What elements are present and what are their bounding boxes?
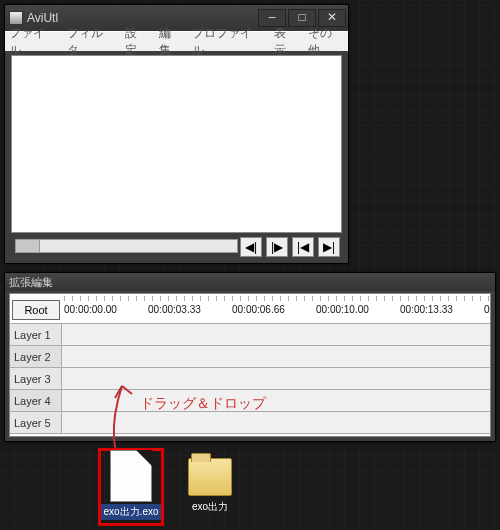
layers: Layer 1 Layer 2 Layer 3 Layer 4 Layer 5	[10, 324, 490, 434]
go-start-button[interactable]: |◀	[292, 237, 314, 257]
menu-view[interactable]: 表示	[274, 25, 298, 59]
layer-row: Layer 2	[10, 346, 490, 368]
timeline-body: Root 00:00:00.00 00:00:03.33 00:00:06.66…	[9, 293, 491, 437]
exo-file-icon[interactable]: exo出力.exo	[101, 450, 161, 520]
timecodes: 00:00:00.00 00:00:03.33 00:00:06.66 00:0…	[64, 304, 490, 322]
transport-controls: ◀| |▶ |◀ ▶|	[240, 237, 340, 257]
menu-file[interactable]: ファイル	[9, 25, 57, 59]
window-title: AviUtl	[27, 11, 258, 25]
aviutl-window[interactable]: AviUtl – □ ✕ ファイル フィルタ 設定 編集 プロファイル 表示 そ…	[4, 4, 349, 264]
file-icon	[110, 450, 152, 502]
timeline-title: 拡張編集	[9, 275, 495, 290]
layer-track[interactable]	[62, 390, 490, 411]
layer-row: Layer 3	[10, 368, 490, 390]
layer-track[interactable]	[62, 324, 490, 345]
menu-profile[interactable]: プロファイル	[192, 25, 264, 59]
layer-track[interactable]	[62, 346, 490, 367]
ruler[interactable]: 00:00:00.00 00:00:03.33 00:00:06.66 00:0…	[64, 294, 490, 324]
seek-scrollbar[interactable]	[15, 239, 238, 253]
preview-canvas	[11, 55, 342, 233]
timecode: 00:00:10.00	[316, 304, 369, 315]
layer-label[interactable]: Layer 5	[10, 412, 62, 433]
prev-frame-button[interactable]: ◀|	[240, 237, 262, 257]
menu-bar: ファイル フィルタ 設定 編集 プロファイル 表示 その他	[5, 31, 348, 51]
menu-edit[interactable]: 編集	[159, 25, 183, 59]
folder-icon	[188, 458, 232, 496]
app-icon	[9, 11, 23, 25]
exo-folder-icon[interactable]: exo出力	[180, 452, 240, 514]
layer-row: Layer 1	[10, 324, 490, 346]
timecode: 00:00:1	[484, 304, 491, 315]
layer-label[interactable]: Layer 3	[10, 368, 62, 389]
layer-label[interactable]: Layer 2	[10, 346, 62, 367]
menu-other[interactable]: その他	[308, 25, 344, 59]
layer-row: Layer 4	[10, 390, 490, 412]
timecode: 00:00:13.33	[400, 304, 453, 315]
layer-track[interactable]	[62, 368, 490, 389]
timecode: 00:00:03.33	[148, 304, 201, 315]
play-button[interactable]: |▶	[266, 237, 288, 257]
timecode: 00:00:00.00	[64, 304, 117, 315]
layer-label[interactable]: Layer 4	[10, 390, 62, 411]
timeline-ruler-area: Root 00:00:00.00 00:00:03.33 00:00:06.66…	[10, 294, 490, 324]
menu-filter[interactable]: フィルタ	[67, 25, 115, 59]
seek-thumb[interactable]	[16, 240, 40, 252]
folder-label: exo出力	[180, 500, 240, 514]
root-button[interactable]: Root	[12, 300, 60, 320]
layer-label[interactable]: Layer 1	[10, 324, 62, 345]
ruler-ticks	[64, 296, 490, 301]
file-label: exo出力.exo	[101, 504, 161, 520]
timeline-window[interactable]: 拡張編集 Root 00:00:00.00 00:00:03.33 00:00:…	[4, 272, 496, 442]
go-end-button[interactable]: ▶|	[318, 237, 340, 257]
layer-track[interactable]	[62, 412, 490, 433]
layer-row: Layer 5	[10, 412, 490, 434]
timeline-titlebar[interactable]: 拡張編集	[5, 273, 495, 291]
timecode: 00:00:06.66	[232, 304, 285, 315]
menu-settings[interactable]: 設定	[125, 25, 149, 59]
